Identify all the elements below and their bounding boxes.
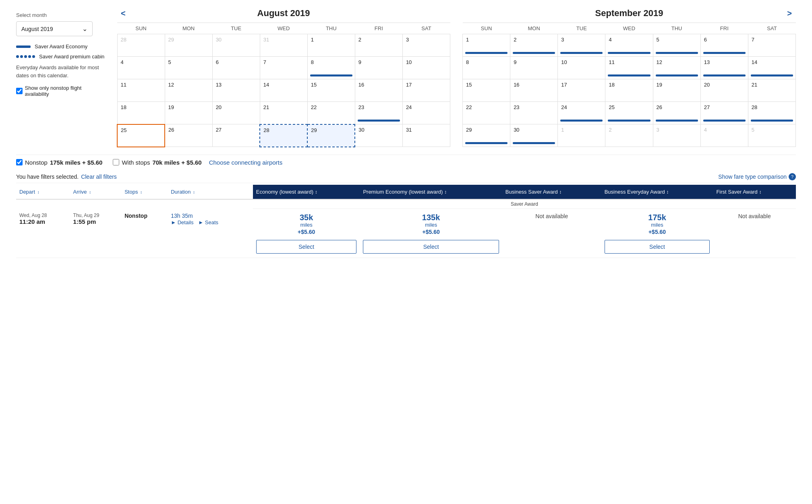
- calendar-day[interactable]: 3: [402, 34, 450, 57]
- calendar-day[interactable]: 12: [165, 79, 212, 102]
- calendar-day[interactable]: 3: [653, 124, 700, 147]
- th-duration[interactable]: Duration ↕: [168, 185, 253, 199]
- calendar-day[interactable]: 16: [510, 79, 558, 102]
- calendar-day[interactable]: 5: [653, 34, 700, 57]
- legend-bar-economy: [16, 45, 31, 48]
- calendar-day[interactable]: 28: [748, 102, 795, 124]
- calendar-day[interactable]: 11: [117, 79, 165, 102]
- calendar-day[interactable]: 5: [748, 124, 795, 147]
- calendar-day[interactable]: 4: [605, 34, 653, 57]
- seats-link[interactable]: ► Seats: [198, 219, 218, 225]
- calendar-day[interactable]: 11: [605, 57, 653, 79]
- prev-month-button[interactable]: <: [117, 7, 130, 20]
- calendar-day[interactable]: 20: [212, 102, 260, 124]
- with-stops-option[interactable]: With stops 70k miles + $5.60: [113, 159, 201, 166]
- calendar-day[interactable]: 22: [463, 102, 510, 124]
- select-premium-button[interactable]: Select: [363, 240, 499, 254]
- calendar-day[interactable]: 26: [165, 124, 212, 147]
- calendar-day[interactable]: 31: [260, 34, 307, 57]
- calendar-day[interactable]: 30: [212, 34, 260, 57]
- calendar-day[interactable]: 30: [510, 124, 558, 147]
- th-depart[interactable]: Depart ↕: [16, 185, 70, 199]
- calendar-day[interactable]: 13: [212, 79, 260, 102]
- calendar-day[interactable]: 24: [402, 102, 450, 124]
- calendar-day[interactable]: 18: [117, 102, 165, 124]
- calendar-day[interactable]: 10: [402, 57, 450, 79]
- calendar-day[interactable]: 29: [307, 124, 355, 147]
- details-link[interactable]: ► Details: [171, 219, 193, 225]
- calendar-day[interactable]: 15: [307, 79, 355, 102]
- calendar-day[interactable]: 8: [307, 57, 355, 79]
- calendar-day[interactable]: 29: [463, 124, 510, 147]
- nonstop-checkbox-label[interactable]: Show only nonstop flight availability: [16, 85, 105, 97]
- calendar-day[interactable]: 1: [307, 34, 355, 57]
- calendar-day[interactable]: 28: [260, 124, 307, 147]
- calendar-day[interactable]: 20: [700, 79, 748, 102]
- with-stops-checkbox[interactable]: [113, 159, 119, 165]
- nonstop-filter-checkbox[interactable]: [16, 159, 23, 165]
- calendar-day[interactable]: 29: [165, 34, 212, 57]
- nonstop-checkbox[interactable]: [16, 88, 23, 94]
- month-dropdown[interactable]: August 2019 ⌄: [16, 21, 93, 36]
- calendar-day[interactable]: 26: [653, 102, 700, 124]
- th-depart-label: Depart: [19, 189, 35, 195]
- calendar-day[interactable]: 17: [402, 79, 450, 102]
- calendar-day[interactable]: 4: [117, 57, 165, 79]
- calendar-day[interactable]: 2: [355, 34, 402, 57]
- th-arrive[interactable]: Arrive ↕: [70, 185, 122, 199]
- calendar-day[interactable]: 15: [463, 79, 510, 102]
- th-business-saver[interactable]: Business Saver Award ↕: [502, 185, 601, 199]
- calendar-day[interactable]: 23: [510, 102, 558, 124]
- economy-award-cell: 35k miles +$5.60 Select: [253, 209, 360, 258]
- calendar-day[interactable]: 21: [260, 102, 307, 124]
- calendar-day[interactable]: 8: [463, 57, 510, 79]
- calendar-day[interactable]: 9: [355, 57, 402, 79]
- calendar-day[interactable]: 24: [558, 102, 605, 124]
- choose-airports-link[interactable]: Choose connecting airports: [209, 159, 283, 166]
- calendar-day[interactable]: 19: [653, 79, 700, 102]
- calendar-day[interactable]: 22: [307, 102, 355, 124]
- calendar-day[interactable]: 10: [558, 57, 605, 79]
- calendar-day[interactable]: 17: [558, 79, 605, 102]
- calendar-day[interactable]: 13: [700, 57, 748, 79]
- fare-comparison-link[interactable]: Show fare type comparison ?: [718, 173, 796, 180]
- calendar-day[interactable]: 28: [117, 34, 165, 57]
- calendar-day[interactable]: 5: [165, 57, 212, 79]
- next-month-button[interactable]: >: [783, 7, 796, 20]
- calendar-day[interactable]: 2: [605, 124, 653, 147]
- calendar-day[interactable]: 27: [212, 124, 260, 147]
- calendar-day[interactable]: 6: [700, 34, 748, 57]
- select-business-everyday-button[interactable]: Select: [605, 240, 710, 254]
- calendar-day[interactable]: 7: [260, 57, 307, 79]
- calendar-day[interactable]: 31: [402, 124, 450, 147]
- nonstop-option[interactable]: Nonstop 175k miles + $5.60: [16, 159, 102, 166]
- calendar-day[interactable]: 21: [748, 79, 795, 102]
- calendar-day[interactable]: 4: [700, 124, 748, 147]
- calendar-day[interactable]: 1: [558, 124, 605, 147]
- calendar-day[interactable]: 25: [605, 102, 653, 124]
- calendar-day[interactable]: 14: [260, 79, 307, 102]
- calendar-day[interactable]: 7: [748, 34, 795, 57]
- th-first-saver[interactable]: First Saver Award ↕: [713, 185, 796, 199]
- table-row: Wed, Aug 28 11:20 am Thu, Aug 29 1:55 pm…: [16, 209, 796, 258]
- calendar-day[interactable]: 9: [510, 57, 558, 79]
- calendar-day[interactable]: 30: [355, 124, 402, 147]
- th-premium[interactable]: Premium Economy (lowest award) ↕: [360, 185, 502, 199]
- calendar-day[interactable]: 3: [558, 34, 605, 57]
- calendar-day[interactable]: 19: [165, 102, 212, 124]
- calendar-day[interactable]: 14: [748, 57, 795, 79]
- calendar-day[interactable]: 2: [510, 34, 558, 57]
- calendar-day[interactable]: 12: [653, 57, 700, 79]
- select-economy-button[interactable]: Select: [256, 240, 357, 254]
- calendar-day[interactable]: 27: [700, 102, 748, 124]
- calendar-day[interactable]: 6: [212, 57, 260, 79]
- calendar-day[interactable]: 25: [117, 124, 165, 147]
- th-stops[interactable]: Stops ↕: [121, 185, 168, 199]
- calendar-day[interactable]: 18: [605, 79, 653, 102]
- calendar-day[interactable]: 16: [355, 79, 402, 102]
- th-economy[interactable]: Economy (lowest award) ↕: [253, 185, 360, 199]
- calendar-day[interactable]: 1: [463, 34, 510, 57]
- calendar-day[interactable]: 23: [355, 102, 402, 124]
- th-business-everyday[interactable]: Business Everyday Award ↕: [601, 185, 713, 199]
- clear-filters-button[interactable]: Clear all filters: [81, 174, 117, 180]
